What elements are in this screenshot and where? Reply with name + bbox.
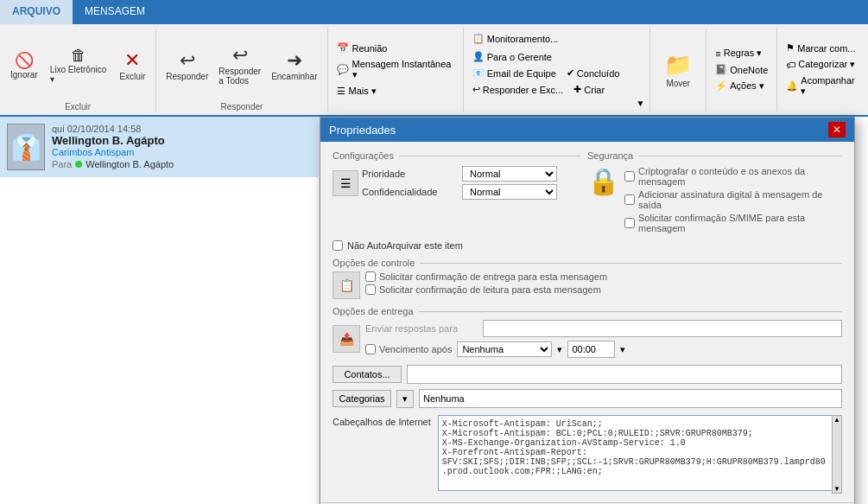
controle-icon: 📋 [333,271,360,299]
configuracoes-title: Configurações [333,150,394,161]
nao-autoarquivar-row: Não AutoArquivar este item [333,240,842,251]
acoes-regras-button[interactable]: ⚡Ações ▾ [712,79,771,93]
group-label-responder: Responder [220,102,263,112]
encrypt-option[interactable]: Criptografar o conteúdo e os anexos da m… [624,166,842,187]
criar-button[interactable]: ✚Criar [570,82,608,97]
confidencialidade-select[interactable]: Normal Pessoal Privada Confidencial [462,184,557,200]
prioridade-row: Prioridade Normal Alta Baixa [362,166,557,182]
opcoes-entrega-section: Opções de entrega 📤 Enviar respostas par… [333,306,842,358]
cabecalhos-textarea[interactable]: X-Microsoft-Antispam: UriScan;; X-Micros… [438,415,842,491]
categorias-button[interactable]: Categorias [333,390,391,407]
regras-button[interactable]: ≡Regras ▾ [712,46,771,61]
ribbon-group-excluir: 🚫 Ignorar 🗑 Lixo Eletrônico ▾ ✕ Excluir … [0,28,156,112]
concluido-button[interactable]: ✔Concluído [563,66,624,80]
seguranca-title: Segurança [587,150,633,161]
para-gerente-button[interactable]: 👤Para o Gerente [469,49,555,64]
email-meta: qui 02/10/2014 14:58 Wellington B. Agápt… [52,124,312,169]
modal-close-button[interactable]: ✕ [828,122,846,137]
monitoramento-button[interactable]: 📋Monitoramento... [469,31,562,46]
mais-button[interactable]: ☰Mais ▾ [333,84,458,99]
avatar: 👔 [7,124,45,170]
vencimento-checkbox[interactable] [365,344,376,354]
smime-option[interactable]: Solicitar confirmação S/MIME para esta m… [624,213,842,233]
group-label-excluir: Excluir [65,102,91,112]
time-input[interactable] [567,341,615,358]
to-label: Para [52,159,72,169]
tab-arquivo[interactable]: ARQUIVO [0,0,73,24]
reuniao-button[interactable]: 📅Reunião [333,41,458,55]
modal-body: Configurações ☰ Prioridade Normal Alta [320,142,854,502]
email-to-name: Wellington B. Agápto [86,159,174,169]
email-sender: Wellington B. Agápto [52,134,312,147]
marcar-button[interactable]: ⚑Marcar com... [782,41,863,55]
prioridade-label: Prioridade [362,169,457,179]
signature-option[interactable]: Adicionar assinatura digital à mensagem … [624,189,842,210]
vencimento-select[interactable]: Nenhuma 1 dia 7 dias 30 dias [457,341,552,357]
excluir-button[interactable]: ✕ Excluir [114,46,150,85]
presence-dot [75,161,82,168]
textarea-scrollbar[interactable]: ▲ ▼ [832,415,842,494]
ignorar-button[interactable]: 🚫 Ignorar [5,48,43,83]
responder-exc-button[interactable]: ↩Responder e Exc... [469,82,567,97]
lixo-eletronico-button[interactable]: 🗑 Lixo Eletrônico ▾ [45,43,113,87]
ribbon-group-acoes: 📋Monitoramento... 👤Para o Gerente 📧Email… [464,28,651,112]
confidencialidade-label: Confidencialidade [362,187,457,197]
categorizar-button[interactable]: 🏷Categorizar ▾ [782,57,863,72]
contatos-button[interactable]: Contatos... [333,366,402,383]
nao-autoarquivar-checkbox[interactable] [333,240,343,251]
email-equipe-button[interactable]: 📧Email de Equipe [469,66,560,80]
email-list: 👔 qui 02/10/2014 14:58 Wellington B. Agá… [0,117,320,504]
responder-todos-button[interactable]: ↩ Respondera Todos [214,41,265,88]
seguranca-section: Segurança 🔒 Criptografar o conteúdo e os… [587,150,842,233]
prioridade-select[interactable]: Normal Alta Baixa [462,166,557,182]
categorias-input[interactable] [419,389,842,408]
email-subject: Carimbos Antispam [52,147,312,157]
opcoes-entrega-title: Opções de entrega [333,306,414,316]
modal-header: Propriedades ✕ [320,118,854,142]
modal-title: Propriedades [329,124,396,137]
confirmacao-entrega[interactable]: Solicitar confirmação de entrega para es… [365,271,607,282]
responder-button[interactable]: ↩ Responder [162,47,212,84]
enviar-input[interactable] [483,320,842,337]
mover-button[interactable]: 📁 Mover [656,49,700,91]
cabecalhos-section: Cabeçalhos de Internet X-Microsoft-Antis… [333,415,842,494]
contatos-input[interactable] [407,365,842,384]
ribbon-group-novas: 📅Reunião 💬Mensagem Instantânea ▾ ☰Mais ▾ [328,28,464,112]
onenote-button[interactable]: 📓OneNote [712,62,771,77]
email-date: qui 02/10/2014 14:58 [52,124,312,134]
configuracoes-section: Configurações ☰ Prioridade Normal Alta [333,150,580,233]
confidencialidade-row: Confidencialidade Normal Pessoal Privada… [362,184,557,200]
email-item[interactable]: 👔 qui 02/10/2014 14:58 Wellington B. Agá… [0,117,319,177]
encaminhar-button[interactable]: ➜ Encaminhar [267,47,321,84]
mensagem-instantanea-button[interactable]: 💬Mensagem Instantânea ▾ [333,57,458,82]
modal-dialog: Propriedades ✕ Configurações ☰ [320,117,855,504]
ribbon-group-responder: ↩ Responder ↩ Respondera Todos ➜ Encamin… [156,28,327,112]
opcoes-controle-section: Opções de controle 📋 Solicitar confirmaç… [333,258,842,299]
acoes-scroll-down[interactable]: ▼ [469,99,645,108]
lock-icon: 🔒 [587,166,619,196]
email-to-row: Para Wellington B. Agápto [52,159,312,169]
categorias-dropdown-button[interactable]: ▾ [396,390,414,408]
config-icon: ☰ [333,170,358,196]
acompanhar-button[interactable]: 🔔Acompanhar ▾ [782,73,863,99]
tab-mensagem[interactable]: MENSAGEM [73,0,157,24]
ribbon-group-mover: 📁 Mover [650,28,706,112]
ribbon-group-marcas: ⚑Marcar com... 🏷Categorizar ▾ 🔔Acompanha… [777,28,868,112]
ribbon-group-regras: ≡Regras ▾ 📓OneNote ⚡Ações ▾ [706,28,777,112]
opcoes-controle-title: Opções de controle [333,258,415,268]
enviar-label: Enviar respostas para [365,323,478,334]
entrega-icon: 📤 [333,325,360,353]
cabecalhos-label: Cabeçalhos de Internet [333,417,431,427]
confirmacao-leitura[interactable]: Solicitar confirmação de leitura para es… [365,284,607,295]
